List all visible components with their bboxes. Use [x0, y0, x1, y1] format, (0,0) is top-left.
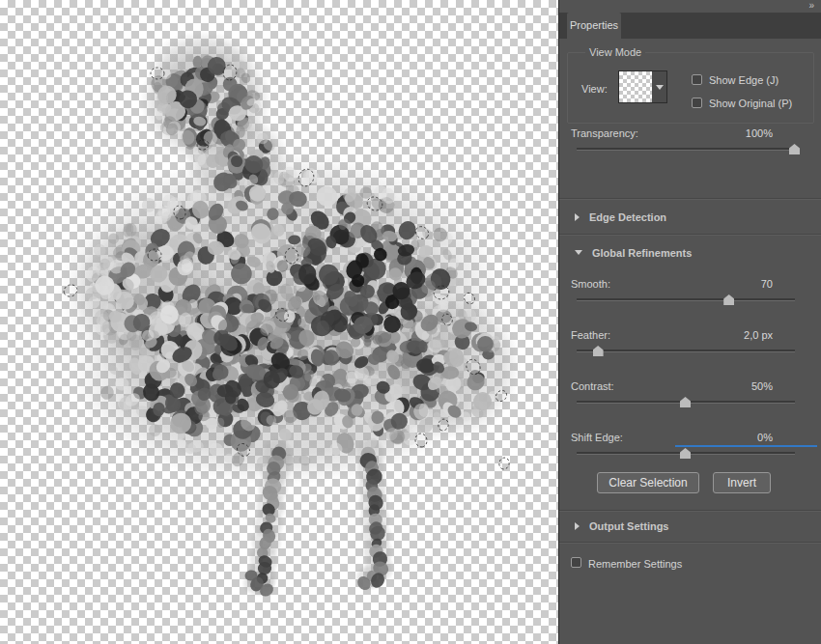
- divider: [559, 542, 821, 543]
- section-global-refinements[interactable]: Global Refinements: [559, 235, 821, 270]
- tab-properties[interactable]: Properties: [567, 13, 621, 39]
- panel-tab-bar: Properties: [559, 13, 821, 39]
- smooth-label: Smooth:: [571, 278, 610, 290]
- show-original-label: Show Original (P): [709, 98, 792, 109]
- document-canvas[interactable]: [0, 0, 558, 644]
- feather-label: Feather:: [571, 329, 610, 341]
- show-edge-label: Show Edge (J): [709, 74, 779, 86]
- remember-settings-checkbox[interactable]: [571, 557, 581, 568]
- clear-selection-button[interactable]: Clear Selection: [597, 472, 699, 493]
- collapse-panel-icon[interactable]: »: [808, 0, 814, 11]
- chevron-down-icon: [656, 85, 664, 90]
- transparency-slider[interactable]: [577, 143, 795, 155]
- transparency-value[interactable]: 100%: [746, 127, 773, 139]
- smooth-slider[interactable]: [577, 294, 795, 306]
- slider-track: [577, 350, 795, 352]
- view-mode-dropdown-button[interactable]: [652, 70, 667, 103]
- remember-settings-label: Remember Settings: [588, 558, 682, 570]
- invert-button[interactable]: Invert: [713, 472, 771, 493]
- feather-slider[interactable]: [577, 345, 795, 357]
- slider-track: [577, 298, 795, 301]
- properties-panel: » Properties View Mode View: Show Edge (…: [558, 0, 821, 644]
- view-mode-dropdown[interactable]: [618, 70, 653, 103]
- chevron-right-icon: [575, 522, 580, 530]
- section-label: Edge Detection: [589, 211, 666, 223]
- masked-subject-preview: [0, 0, 558, 644]
- contrast-slider[interactable]: [577, 396, 795, 408]
- section-label: Global Refinements: [592, 247, 692, 259]
- shift-edge-label: Shift Edge:: [571, 432, 623, 443]
- slider-handle[interactable]: [680, 397, 691, 407]
- slider-handle[interactable]: [723, 294, 734, 305]
- show-original-checkbox[interactable]: [692, 98, 702, 108]
- contrast-value[interactable]: 50%: [751, 380, 773, 392]
- slider-handle[interactable]: [680, 448, 691, 459]
- shift-edge-value[interactable]: 0%: [757, 432, 773, 443]
- feather-value[interactable]: 2,0 px: [744, 329, 773, 341]
- section-output-settings[interactable]: Output Settings: [559, 511, 821, 542]
- chevron-right-icon: [575, 213, 580, 221]
- view-label: View:: [581, 83, 608, 95]
- chevron-down-icon: [575, 250, 582, 255]
- contrast-label: Contrast:: [571, 380, 614, 392]
- photoshop-select-and-mask: » Properties View Mode View: Show Edge (…: [0, 0, 821, 644]
- view-mode-legend: View Mode: [585, 46, 645, 58]
- slider-handle[interactable]: [789, 144, 800, 154]
- smooth-value[interactable]: 70: [761, 278, 773, 290]
- slider-handle[interactable]: [593, 346, 604, 356]
- show-edge-checkbox[interactable]: [692, 74, 702, 85]
- transparency-label: Transparency:: [571, 127, 638, 139]
- panel-options-bar: »: [559, 0, 821, 13]
- section-label: Output Settings: [589, 520, 669, 532]
- slider-track: [577, 148, 795, 151]
- shift-edge-slider[interactable]: [577, 447, 795, 460]
- view-mode-group: View Mode View: Show Edge (J) Show Origi…: [567, 52, 814, 124]
- section-edge-detection[interactable]: Edge Detection: [559, 199, 821, 235]
